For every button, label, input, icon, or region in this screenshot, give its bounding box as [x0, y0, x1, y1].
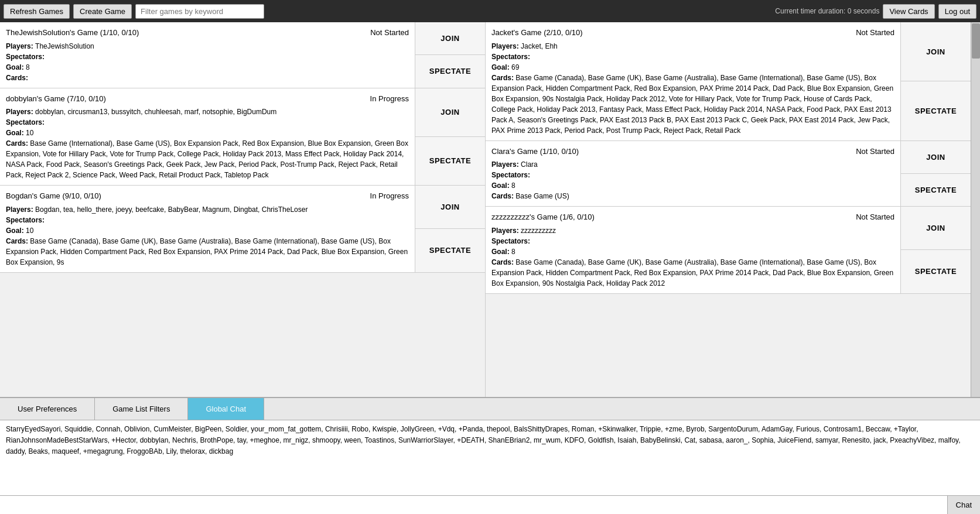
game-spectators-4: Spectators:	[491, 170, 894, 180]
view-cards-button[interactable]: View Cards	[883, 4, 934, 19]
chat-input-row: Chat	[0, 495, 980, 514]
game-actions-1: JOIN SPECTATE	[415, 22, 485, 88]
spectate-button-3[interactable]: SPECTATE	[415, 137, 485, 185]
tabs-bar: User Preferences Game List Filters Globa…	[0, 398, 980, 420]
join-button-6[interactable]: JOIN	[901, 207, 971, 250]
game-players-6: Players: zzzzzzzzzz	[491, 225, 894, 236]
game-title-3: dobbylan's Game (7/10, 0/10) In Progress	[6, 93, 409, 105]
game-players-1: Players: TheJewishSolution	[6, 41, 409, 52]
timer-text: Current timer duration: 0 seconds	[775, 7, 879, 15]
game-players-2: Players: Jacket, Ehh	[491, 41, 894, 52]
game-spectators-2: Spectators:	[491, 52, 894, 62]
game-players-3: Players: dobbylan, circusman13, bussyitc…	[6, 107, 409, 117]
game-actions-5: JOIN SPECTATE	[415, 186, 485, 272]
spectate-button-5[interactable]: SPECTATE	[415, 229, 485, 272]
games-scrollbar[interactable]	[971, 22, 980, 397]
game-actions-6: JOIN SPECTATE	[900, 207, 971, 293]
scroll-thumb	[972, 23, 980, 59]
spectate-button-1[interactable]: SPECTATE	[415, 55, 485, 87]
join-button-4[interactable]: JOIN	[901, 141, 971, 174]
tab-game-filters[interactable]: Game List Filters	[95, 398, 188, 420]
games-column-left: TheJewishSolution's Game (1/10, 0/10) No…	[0, 22, 486, 397]
game-card-1: TheJewishSolution's Game (1/10, 0/10) No…	[0, 22, 485, 88]
game-name-5: Bogdan's Game (9/10, 0/10)	[6, 190, 101, 202]
game-status-4: Not Started	[856, 146, 894, 157]
spectate-button-4[interactable]: SPECTATE	[901, 174, 971, 206]
game-info-2: Jacket's Game (2/10, 0/10) Not Started P…	[486, 22, 900, 141]
game-goal-2: Goal: 69	[491, 62, 894, 73]
join-button-2[interactable]: JOIN	[901, 22, 971, 81]
game-cards-6: Cards: Base Game (Canada), Base Game (UK…	[491, 257, 894, 289]
game-title-2: Jacket's Game (2/10, 0/10) Not Started	[491, 27, 894, 39]
game-title-4: Clara's Game (1/10, 0/10) Not Started	[491, 146, 894, 157]
join-button-1[interactable]: JOIN	[415, 22, 485, 55]
game-name-3: dobbylan's Game (7/10, 0/10)	[6, 93, 106, 105]
game-players-4: Players: Clara	[491, 159, 894, 170]
game-info-5: Bogdan's Game (9/10, 0/10) In Progress P…	[0, 186, 415, 272]
join-button-3[interactable]: JOIN	[415, 88, 485, 137]
tab-user-preferences[interactable]: User Preferences	[0, 398, 95, 420]
header: Refresh Games Create Game Current timer …	[0, 0, 980, 22]
game-info-1: TheJewishSolution's Game (1/10, 0/10) No…	[0, 22, 415, 88]
game-status-6: Not Started	[856, 211, 894, 223]
game-spectators-6: Spectators:	[491, 236, 894, 246]
game-goal-1: Goal: 8	[6, 62, 409, 73]
game-players-5: Players: Bogdan, tea, hello_there, joeyy…	[6, 204, 409, 215]
tab-global-chat[interactable]: Global Chat	[188, 398, 264, 420]
spectate-button-2[interactable]: SPECTATE	[901, 81, 971, 140]
game-goal-3: Goal: 10	[6, 128, 409, 138]
game-status-3: In Progress	[370, 93, 409, 105]
join-button-5[interactable]: JOIN	[415, 186, 485, 229]
game-actions-4: JOIN SPECTATE	[900, 141, 971, 207]
spectate-button-6[interactable]: SPECTATE	[901, 250, 971, 293]
game-title-6: zzzzzzzzzz's Game (1/6, 0/10) Not Starte…	[491, 211, 894, 223]
game-goal-6: Goal: 8	[491, 246, 894, 257]
refresh-games-button[interactable]: Refresh Games	[4, 4, 70, 19]
game-card-5: Bogdan's Game (9/10, 0/10) In Progress P…	[0, 186, 485, 273]
game-goal-4: Goal: 8	[491, 180, 894, 191]
chat-send-button[interactable]: Chat	[947, 496, 980, 514]
game-spectators-1: Spectators:	[6, 52, 409, 62]
game-info-6: zzzzzzzzzz's Game (1/6, 0/10) Not Starte…	[486, 207, 900, 293]
game-status-5: In Progress	[370, 190, 409, 202]
game-card-6: zzzzzzzzzz's Game (1/6, 0/10) Not Starte…	[486, 207, 971, 294]
game-title-1: TheJewishSolution's Game (1/10, 0/10) No…	[6, 27, 409, 39]
game-info-4: Clara's Game (1/10, 0/10) Not Started Pl…	[486, 141, 900, 207]
games-area: TheJewishSolution's Game (1/10, 0/10) No…	[0, 22, 980, 397]
games-column-right: Jacket's Game (2/10, 0/10) Not Started P…	[486, 22, 971, 397]
game-goal-5: Goal: 10	[6, 225, 409, 236]
game-info-3: dobbylan's Game (7/10, 0/10) In Progress…	[0, 88, 415, 186]
game-cards-2: Cards: Base Game (Canada), Base Game (UK…	[491, 73, 894, 136]
game-cards-3: Cards: Base Game (International), Base G…	[6, 138, 409, 180]
create-game-button[interactable]: Create Game	[73, 4, 132, 19]
chat-content: StarryEyedSayori, Squiddie, Connah, Obli…	[0, 420, 980, 495]
game-card-3: dobbylan's Game (7/10, 0/10) In Progress…	[0, 88, 485, 186]
game-cards-1: Cards:	[6, 73, 409, 83]
game-card-4: Clara's Game (1/10, 0/10) Not Started Pl…	[486, 141, 971, 207]
game-cards-5: Cards: Base Game (Canada), Base Game (UK…	[6, 236, 409, 268]
logout-button[interactable]: Log out	[938, 4, 976, 19]
game-name-1: TheJewishSolution's Game (1/10, 0/10)	[6, 27, 139, 39]
game-card-2: Jacket's Game (2/10, 0/10) Not Started P…	[486, 22, 971, 141]
game-actions-3: JOIN SPECTATE	[415, 88, 485, 186]
game-actions-2: JOIN SPECTATE	[900, 22, 971, 141]
game-spectators-3: Spectators:	[6, 117, 409, 128]
game-name-6: zzzzzzzzzz's Game (1/6, 0/10)	[491, 211, 595, 223]
games-columns: TheJewishSolution's Game (1/10, 0/10) No…	[0, 22, 971, 397]
game-status-2: Not Started	[856, 27, 894, 39]
filter-input[interactable]	[135, 4, 264, 19]
game-name-2: Jacket's Game (2/10, 0/10)	[491, 27, 583, 39]
game-status-1: Not Started	[370, 27, 409, 39]
game-title-5: Bogdan's Game (9/10, 0/10) In Progress	[6, 190, 409, 202]
bottom-panel: User Preferences Game List Filters Globa…	[0, 397, 980, 514]
chat-input[interactable]	[0, 496, 947, 514]
game-cards-4: Cards: Base Game (US)	[491, 191, 894, 201]
game-spectators-5: Spectators:	[6, 215, 409, 225]
game-name-4: Clara's Game (1/10, 0/10)	[491, 146, 579, 157]
